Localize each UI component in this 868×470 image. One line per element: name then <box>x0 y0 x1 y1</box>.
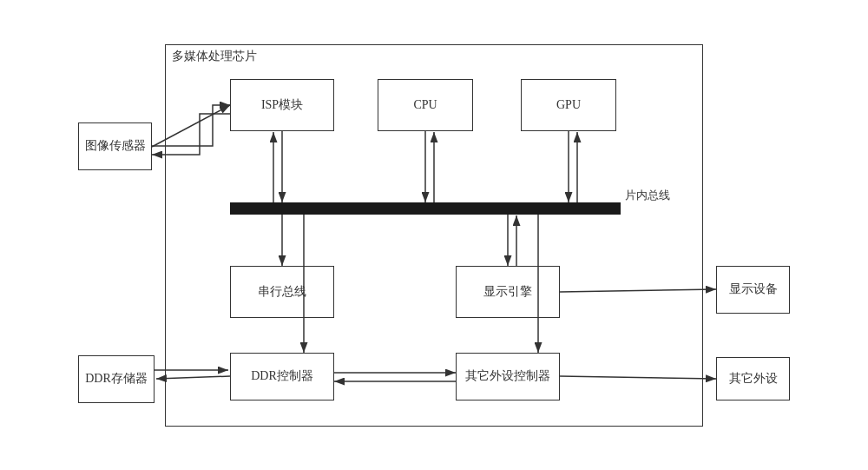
diagram-container: 多媒体处理芯片 ISP模块 CPU GPU 串行总线 DDR控制器 显示引擎 其… <box>78 18 790 453</box>
bus-bar <box>230 202 621 215</box>
chip-label: 多媒体处理芯片 <box>172 49 257 64</box>
box-serial: 串行总线 <box>230 266 334 318</box>
box-display-engine: 显示引擎 <box>456 266 560 318</box>
box-other-ctrl: 其它外设控制器 <box>456 353 560 400</box>
box-display-dev: 显示设备 <box>716 266 790 314</box>
box-sensor: 图像传感器 <box>78 122 152 170</box>
box-ddr-mem: DDR存储器 <box>78 355 155 403</box>
bus-label: 片内总线 <box>625 188 670 203</box>
box-gpu: GPU <box>521 79 616 131</box>
box-isp: ISP模块 <box>230 79 334 131</box>
box-other-dev: 其它外设 <box>716 357 790 400</box>
box-cpu: CPU <box>378 79 473 131</box>
box-ddr-ctrl: DDR控制器 <box>230 353 334 400</box>
